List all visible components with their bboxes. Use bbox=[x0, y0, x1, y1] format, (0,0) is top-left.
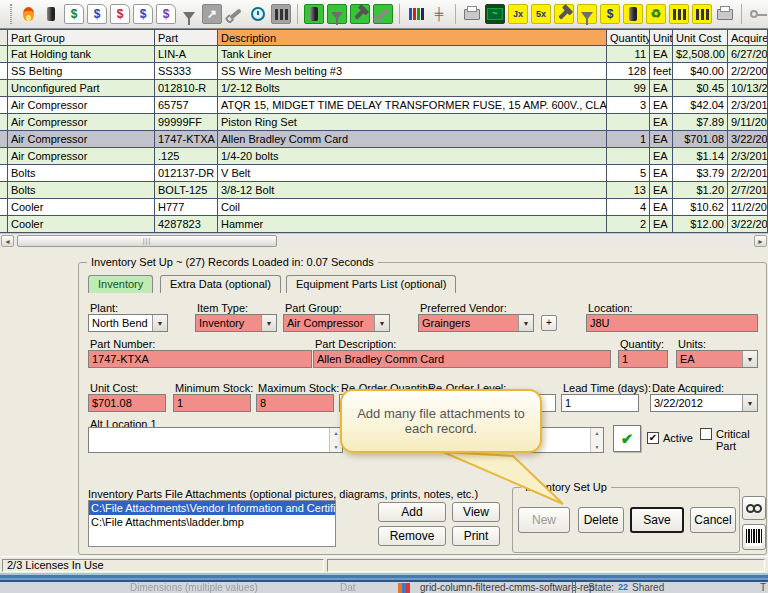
chevron-down-icon[interactable]: ▼ bbox=[742, 351, 757, 367]
table-row[interactable]: Bolts012137-DRV Belt5EA$3.792/2/2012 bbox=[0, 165, 768, 182]
invoice-dollar-green-icon[interactable]: $ bbox=[64, 4, 84, 24]
critical-part-checkbox[interactable]: Critical Part bbox=[700, 428, 756, 452]
preferred-vendor-select[interactable]: Graingers ▼ bbox=[418, 314, 534, 332]
confirm-button[interactable]: ✔ bbox=[613, 425, 641, 452]
maximum-stock-input[interactable]: 8 bbox=[256, 394, 334, 412]
unit-cost-input[interactable]: $701.08 bbox=[88, 394, 166, 412]
chart2-yellow-icon[interactable] bbox=[692, 4, 712, 24]
quantity-value: 1 bbox=[622, 353, 628, 365]
chevron-down-icon[interactable]: ▼ bbox=[742, 395, 757, 411]
column-header-part_group[interactable]: Part Group bbox=[8, 29, 155, 46]
scrollbar-thumb[interactable]: ||| bbox=[17, 235, 277, 247]
location-input[interactable]: J8U bbox=[586, 314, 758, 332]
function-5x-icon[interactable]: 5x bbox=[531, 4, 551, 24]
chevron-down-icon[interactable]: ▼ bbox=[152, 315, 167, 331]
function-jx-icon[interactable]: Jx bbox=[508, 4, 528, 24]
new-button[interactable]: New bbox=[518, 507, 570, 533]
alt-location-textarea[interactable]: ▲▼ bbox=[88, 427, 343, 453]
cell-unit_cost: $3.79 bbox=[673, 165, 728, 182]
hammer-yellow-icon[interactable] bbox=[554, 4, 574, 24]
spinner-icon[interactable]: ▲▼ bbox=[590, 428, 603, 452]
print-attachment-button[interactable]: Print bbox=[452, 526, 500, 546]
active-checkbox-box[interactable]: ✔ bbox=[647, 432, 659, 444]
table-row[interactable]: Cooler4287823Hammer2EA$12.003/22/201 bbox=[0, 216, 768, 233]
wrench-green-icon[interactable] bbox=[373, 4, 393, 24]
column-header-sel[interactable] bbox=[0, 29, 8, 46]
export-icon[interactable]: ↗ bbox=[202, 4, 222, 24]
chevron-down-icon[interactable]: ▼ bbox=[374, 315, 389, 331]
lead-time-input[interactable]: 1 bbox=[561, 394, 639, 412]
tab-inventory[interactable]: Inventory bbox=[88, 275, 153, 293]
table-row[interactable]: Air Compressor99999FFPiston Ring SetEA$7… bbox=[0, 114, 768, 131]
column-header-part[interactable]: Part bbox=[155, 29, 218, 46]
extinguisher-green-icon[interactable] bbox=[304, 4, 324, 24]
cancel-button[interactable]: Cancel bbox=[690, 507, 736, 533]
horizontal-scrollbar[interactable]: ◄ ||| ► bbox=[0, 233, 768, 247]
report-icon[interactable] bbox=[271, 4, 291, 24]
lead-time-value: 1 bbox=[565, 397, 571, 409]
tab-equipment-parts-list[interactable]: Equipment Parts List (optional) bbox=[286, 275, 456, 293]
part-group-select[interactable]: Air Compressor ▼ bbox=[283, 314, 390, 332]
extinguisher-yellow-icon[interactable] bbox=[623, 4, 643, 24]
column-header-quantity[interactable]: Quantity bbox=[607, 29, 650, 46]
attachments-listbox[interactable]: C:\File Attachments\Vendor Information a… bbox=[88, 500, 336, 547]
extinguisher-icon[interactable] bbox=[41, 4, 61, 24]
item-type-select[interactable]: Inventory ▼ bbox=[195, 314, 277, 332]
quantity-input[interactable]: 1 bbox=[618, 350, 668, 368]
part-description-input[interactable]: Allen Bradley Comm Card bbox=[313, 350, 611, 368]
table-row[interactable]: Unconfigured Part012810-R1/2-12 Bolts99E… bbox=[0, 80, 768, 97]
chevron-down-icon[interactable]: ▼ bbox=[261, 315, 276, 331]
key-icon[interactable] bbox=[748, 4, 768, 24]
printer-icon[interactable] bbox=[462, 4, 482, 24]
column-header-unit_cost[interactable]: Unit Cost bbox=[673, 29, 728, 46]
table-row[interactable]: Air Compressor65757ATQR 15, MIDGET TIME … bbox=[0, 97, 768, 114]
table-row[interactable]: BoltsBOLT-1253/8-12 Bolt13EA$1.202/7/201… bbox=[0, 182, 768, 199]
barcode-button[interactable] bbox=[742, 524, 766, 550]
chevron-down-icon[interactable]: ▼ bbox=[518, 315, 533, 331]
attachment-item[interactable]: C:\File Attachments\ladder.bmp bbox=[89, 515, 335, 529]
save-button[interactable]: Save bbox=[630, 507, 684, 533]
torch-icon[interactable] bbox=[18, 4, 38, 24]
monitor-icon[interactable] bbox=[485, 4, 505, 24]
clock-icon[interactable] bbox=[248, 4, 268, 24]
column-header-acquired[interactable]: Acquired bbox=[728, 29, 768, 46]
funnel-green-icon[interactable] bbox=[327, 4, 347, 24]
active-checkbox[interactable]: ✔ Active bbox=[647, 432, 693, 444]
table-row[interactable]: CoolerH777Coil4EA$10.6211/2/201 bbox=[0, 199, 768, 216]
funnel-yellow-icon[interactable] bbox=[577, 4, 597, 24]
table-row[interactable]: SS BeltingSS333SS Wire Mesh belting #312… bbox=[0, 63, 768, 80]
table-row[interactable]: Air Compressor1747-KTXAAllen Bradley Com… bbox=[0, 131, 768, 148]
wrench-icon[interactable] bbox=[225, 4, 245, 24]
scroll-right-icon[interactable]: ► bbox=[754, 235, 767, 247]
table-row[interactable]: Fat Holding tankLIN-ATank Liner11EA$2,50… bbox=[0, 46, 768, 63]
scroll-left-icon[interactable]: ◄ bbox=[1, 235, 14, 247]
column-header-description[interactable]: Description bbox=[218, 29, 607, 46]
table-row[interactable]: Air Compressor.1251/4-20 boltsEA$1.142/3… bbox=[0, 148, 768, 165]
column-header-unit[interactable]: Unit bbox=[650, 29, 673, 46]
date-acquired-select[interactable]: 3/22/2012 ▼ bbox=[650, 394, 758, 412]
hammer-green-icon[interactable] bbox=[350, 4, 370, 24]
chart-yellow-icon[interactable] bbox=[669, 4, 689, 24]
invoice-yellow-icon[interactable]: $ bbox=[600, 4, 620, 24]
find-button[interactable] bbox=[742, 496, 766, 520]
toolbar-grip[interactable] bbox=[10, 4, 12, 24]
minimum-stock-input[interactable]: 1 bbox=[173, 394, 251, 412]
bar-chart-icon[interactable] bbox=[406, 4, 426, 24]
delete-button[interactable]: Delete bbox=[578, 507, 624, 533]
invoice-dollar-purple-icon[interactable]: $ bbox=[156, 4, 176, 24]
critical-checkbox-box[interactable] bbox=[700, 428, 712, 440]
recycle-yellow-icon[interactable]: ♻ bbox=[646, 4, 666, 24]
units-select[interactable]: EA ▼ bbox=[676, 350, 758, 368]
add-vendor-button[interactable]: + bbox=[541, 315, 557, 331]
printer-sync-icon[interactable] bbox=[715, 4, 735, 24]
remove-attachment-button[interactable]: Remove bbox=[378, 526, 446, 546]
invoice-dollar-navy-icon[interactable]: $ bbox=[133, 4, 153, 24]
plug-icon[interactable]: ╪ bbox=[429, 4, 449, 24]
part-number-input[interactable]: 1747-KTXA bbox=[88, 350, 312, 368]
attachment-item[interactable]: C:\File Attachments\Vendor Information a… bbox=[89, 501, 335, 515]
tab-extra-data[interactable]: Extra Data (optional) bbox=[160, 275, 281, 293]
invoice-dollar-red-icon[interactable]: $ bbox=[110, 4, 130, 24]
plant-select[interactable]: North Bend ▼ bbox=[88, 314, 168, 332]
invoice-dollar-blue-icon[interactable]: $ bbox=[87, 4, 107, 24]
funnel-icon[interactable] bbox=[179, 4, 199, 24]
